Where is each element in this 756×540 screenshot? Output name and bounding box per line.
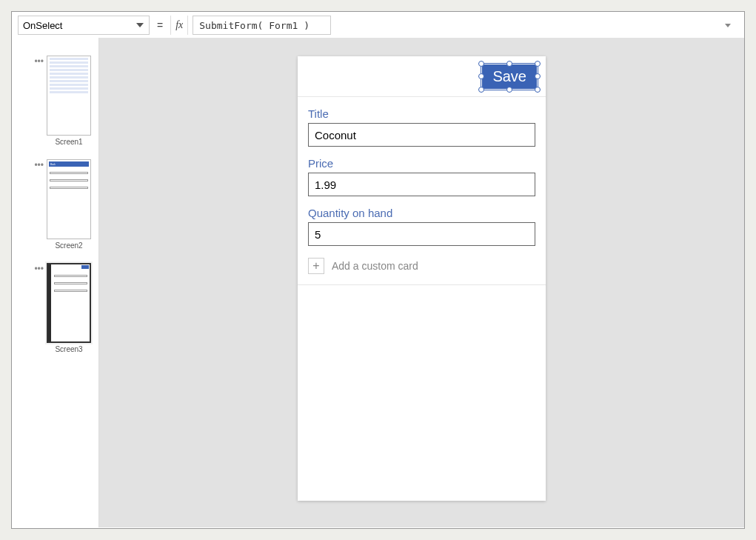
formula-input[interactable] [193,16,331,35]
thumbnail-label: Screen1 [47,138,91,146]
property-select[interactable] [18,16,150,35]
plus-icon: + [308,258,324,274]
resize-handle[interactable] [506,87,512,93]
resize-handle[interactable] [535,73,541,79]
screens-panel: ••• Screen1 ••• Back [12,38,99,527]
field-label-title: Title [308,107,535,120]
resize-handle[interactable] [478,73,484,79]
app-frame: = fx ••• Screen1 [11,11,745,529]
canvas-area[interactable]: Save Title Price [99,38,744,527]
field-input-quantity[interactable] [308,222,535,246]
field-input-title[interactable] [308,123,535,147]
field-input-price[interactable] [308,173,535,196]
thumbnail-label: Screen2 [47,241,91,250]
thumbnail-screen3[interactable] [47,263,91,343]
thumbnail-label: Screen3 [47,345,91,353]
add-custom-card[interactable]: + Add a custom card [308,258,535,274]
device-header: Save [298,56,546,97]
save-button-selection[interactable]: Save [482,64,537,89]
add-card-label: Add a custom card [332,260,418,272]
form-body: Title Price Quantity on hand + Add a cus… [298,97,546,285]
device-preview: Save Title Price [298,56,546,501]
screen-menu-icon[interactable]: ••• [34,162,44,168]
equals-label: = [154,19,166,31]
field-label-quantity: Quantity on hand [308,207,535,219]
save-button[interactable]: Save [482,64,537,89]
resize-handle[interactable] [478,61,484,67]
thumbnail-group-1: ••• Screen1 [19,56,91,146]
thumbnail-group-2: ••• Back Screen2 [19,159,91,250]
resize-handle[interactable] [535,87,541,93]
resize-handle[interactable] [478,87,484,93]
thumbnail-group-3: ••• Screen3 [19,263,91,353]
formula-input-wrap [193,16,738,35]
resize-handle[interactable] [535,61,541,67]
resize-handle[interactable] [506,61,512,67]
fx-label: fx [170,16,188,35]
screen-menu-icon[interactable]: ••• [34,266,44,272]
thumbnail-screen1[interactable] [47,56,91,136]
editor-area: ••• Screen1 ••• Back [12,38,744,527]
thumbnail-screen2[interactable]: Back [47,159,91,239]
property-select-wrap [18,16,150,35]
formula-bar: = fx [12,12,744,38]
screen-menu-icon[interactable]: ••• [34,59,44,64]
field-label-price: Price [308,157,535,170]
